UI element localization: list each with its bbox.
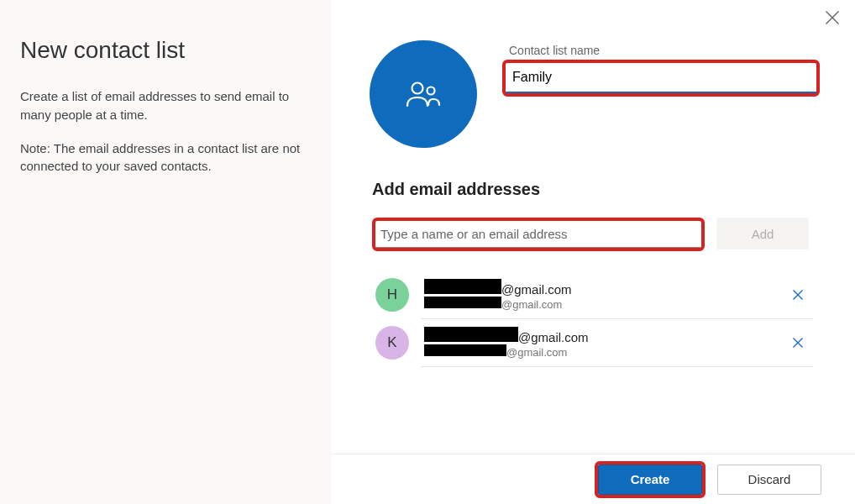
add-button[interactable]: Add [716, 218, 809, 249]
contact-email-domain: @gmail.com [518, 330, 589, 344]
close-button[interactable] [824, 9, 841, 26]
people-group-icon [406, 80, 441, 108]
footer-bar: Create Discard [332, 454, 855, 504]
contact-list-name-input[interactable] [506, 63, 816, 93]
contact-row: H @gmail.com @gmail.com [372, 271, 813, 318]
redacted-name [424, 344, 506, 356]
info-sidebar: New contact list Create a list of email … [0, 0, 332, 504]
form-panel: Contact list name Add email addresses Ad… [332, 0, 855, 504]
add-email-input[interactable] [375, 221, 701, 248]
highlight-box-create: Create [595, 461, 706, 498]
contact-list-avatar [370, 40, 477, 148]
highlight-box-name [502, 60, 820, 97]
close-icon [792, 337, 804, 349]
redacted-name [424, 327, 518, 342]
avatar-initial: K [375, 326, 409, 360]
redacted-name [424, 279, 501, 294]
contact-email-domain-secondary: @gmail.com [501, 298, 562, 311]
contact-row: K @gmail.com @gmail.com [372, 319, 813, 366]
redacted-name [424, 297, 501, 308]
contact-list-name-label: Contact list name [509, 44, 820, 57]
svg-point-3 [428, 87, 435, 95]
info-paragraph-1: Create a list of email addresses to send… [20, 87, 308, 124]
remove-contact-button[interactable] [786, 331, 810, 354]
page-title: New contact list [20, 37, 308, 64]
highlight-box-add-input [372, 218, 705, 251]
discard-button[interactable]: Discard [717, 465, 821, 495]
close-icon [824, 9, 841, 26]
add-email-heading: Add email addresses [372, 180, 813, 199]
info-paragraph-2: Note: The email addresses in a contact l… [20, 139, 308, 176]
svg-point-2 [412, 83, 423, 94]
create-button[interactable]: Create [598, 465, 702, 495]
avatar-initial: H [375, 278, 409, 312]
divider [421, 366, 813, 367]
close-icon [792, 289, 804, 301]
contact-email-domain: @gmail.com [501, 282, 572, 297]
contact-email-domain-secondary: @gmail.com [506, 346, 567, 359]
remove-contact-button[interactable] [786, 283, 810, 307]
